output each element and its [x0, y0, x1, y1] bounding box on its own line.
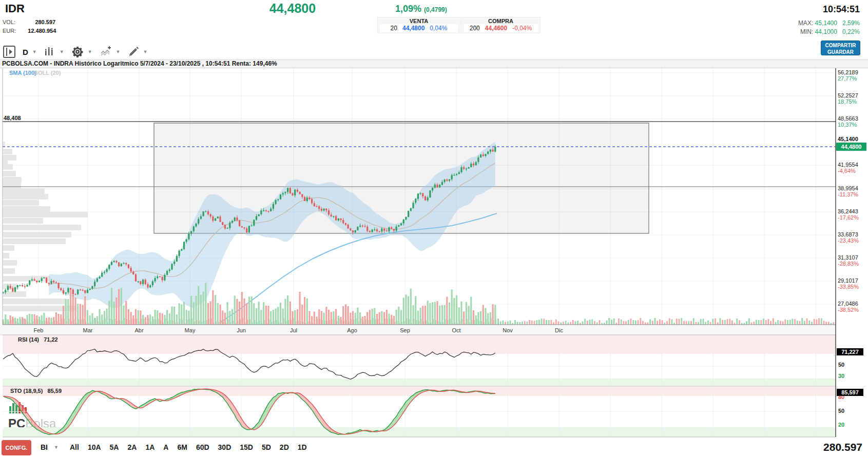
symbol-title: IDR — [5, 2, 25, 15]
sto-value-badge: 85,597 — [837, 389, 863, 396]
bid-size: 20 — [391, 25, 397, 32]
sto-label-row[interactable]: STO (18,9,5) 85,59 — [10, 388, 62, 394]
ask-pct: -0,04% — [512, 25, 532, 32]
rsi-value: 71,22 — [44, 336, 58, 343]
chart-canvas[interactable] — [0, 0, 868, 458]
bid-label: VENTA — [380, 18, 458, 24]
range-button-1d[interactable]: 1D — [298, 443, 307, 451]
chevron-down-icon: ▼ — [116, 49, 121, 54]
chart-style-selector[interactable]: ▼ — [44, 47, 64, 57]
timeframe-value: D — [23, 48, 28, 56]
chevron-down-icon: ▼ — [60, 49, 64, 54]
rsi-label-row[interactable]: RSI (14) 71,22 — [18, 336, 58, 343]
bid-pct: 0,04% — [430, 25, 447, 32]
pcbolsa-trading-app: IDR VOL: 280.597 EUR: 12.480.954 44,4800… — [0, 0, 868, 458]
last-price-badge: 44,4800 — [836, 143, 866, 151]
min-label: MIN: — [800, 28, 813, 35]
month-label-may: May — [185, 327, 196, 333]
level-label: 48,408 — [4, 115, 21, 121]
sto-mid-tick: 50 — [838, 408, 844, 414]
rsi-mid-tick: 50 — [838, 362, 844, 368]
change-abs: (0,4799) — [424, 6, 447, 13]
min-value: 44,1000 — [815, 28, 837, 35]
month-label-dic: Dic — [555, 327, 563, 333]
draw-tools-selector[interactable]: ▼ — [128, 46, 148, 57]
range-button-10a[interactable]: 10A — [88, 443, 101, 451]
vol-label: VOL: — [3, 19, 15, 25]
range-button-30d[interactable]: 30D — [218, 443, 232, 451]
add-indicator-icon — [100, 46, 112, 57]
chart-title: PCBOLSA.COM - INDRA Histórico Logaritmic… — [2, 60, 277, 67]
mode-selector[interactable]: BI ▼ — [41, 443, 59, 451]
month-label-mar: Mar — [83, 327, 93, 333]
range-button-6m[interactable]: 6M — [177, 443, 187, 451]
add-indicator-selector[interactable]: ▼ — [100, 46, 121, 57]
session-high-tick: 45,1400 — [838, 136, 858, 142]
last-price: 44,4800 — [246, 1, 339, 16]
price-tick: 48,566310,37% — [838, 115, 867, 128]
chevron-down-icon: ▼ — [143, 49, 148, 54]
pencil-icon — [128, 46, 139, 57]
price-tick: 29,1017-33,85% — [838, 277, 867, 290]
price-tick: 38,9954-11,37% — [838, 185, 867, 197]
rsi-label: RSI (14) — [18, 336, 39, 343]
chevron-down-icon: ▼ — [54, 445, 59, 450]
range-button-all[interactable]: All — [70, 443, 79, 451]
share-label: COMPARTIR — [821, 42, 860, 49]
bid-price: 44,4800 — [402, 25, 425, 32]
range-button-2a[interactable]: 2A — [127, 443, 137, 451]
price-tick: 56,218927,77% — [838, 69, 867, 82]
sto-label: STO (18,9,5) — [10, 388, 43, 394]
max-row: MAX: 45,1400 2,59% — [790, 19, 860, 27]
range-button-60d[interactable]: 60D — [196, 443, 209, 451]
month-label-sep: Sep — [400, 327, 410, 333]
settings-selector[interactable]: ▼ — [71, 46, 92, 58]
session-clock: 10:54:51 — [801, 4, 860, 15]
price-tick: 36,2443-17,62% — [838, 208, 867, 221]
range-button-5a[interactable]: 5A — [110, 443, 119, 451]
volume-row: VOL: 280.597 — [3, 19, 55, 25]
month-label-abr: Abr — [134, 327, 143, 333]
month-label-jul: Jul — [290, 327, 297, 333]
mode-value: BI — [41, 443, 48, 451]
bid-box: VENTA 20 44,4800 0,04% — [377, 17, 460, 33]
price-tick: 27,0486-38,52% — [838, 301, 867, 313]
range-button-5d[interactable]: 5D — [262, 443, 271, 451]
rsi-value-badge: 71,227 — [837, 348, 863, 355]
change-pct: 1,09% — [395, 4, 421, 14]
save-label: GUARDAR — [821, 49, 860, 55]
config-button[interactable]: CONFG. — [2, 440, 31, 455]
gear-icon — [71, 46, 84, 58]
max-label: MAX: — [798, 19, 813, 27]
change-line: 1,09% (0,4799) — [395, 4, 447, 14]
eur-row: EUR: 12.480.954 — [3, 28, 56, 34]
legend-boll[interactable]: BOLL (20) — [34, 70, 61, 76]
range-button-15d[interactable]: 15D — [240, 443, 253, 451]
ask-label: COMPRA — [464, 18, 538, 24]
range-button-a[interactable]: A — [163, 443, 168, 451]
timeframe-selector[interactable]: D ▼ — [23, 48, 37, 56]
price-tick: 31,3107-28,83% — [838, 254, 867, 267]
chevron-down-icon: ▼ — [88, 49, 92, 54]
bars-style-icon — [44, 47, 55, 57]
chevron-down-icon: ▼ — [32, 49, 37, 54]
ask-size: 200 — [470, 25, 480, 32]
month-label-oct: Oct — [452, 327, 460, 333]
sto-low-tick: 20 — [838, 422, 844, 428]
month-label-ago: Ago — [347, 327, 357, 333]
eur-label: EUR: — [3, 28, 16, 34]
price-tick: 41,9554-4,64% — [838, 162, 867, 174]
ask-price: 44,4600 — [485, 25, 507, 32]
eur-value: 12.480.954 — [17, 28, 56, 34]
share-save-button[interactable]: COMPARTIR GUARDAR — [821, 41, 860, 55]
price-tick: 33,6873-23,43% — [838, 231, 867, 244]
range-button-1a[interactable]: 1A — [145, 443, 155, 451]
month-label-jun: Jun — [237, 327, 246, 333]
range-button-2d[interactable]: 2D — [280, 443, 289, 451]
min-row: MIN: 44,1000 0,22% — [790, 28, 860, 35]
collapse-panel-icon[interactable] — [3, 46, 15, 58]
min-pct: 0,22% — [842, 28, 860, 35]
footer-volume: 280.597 — [755, 441, 862, 453]
legend-sma[interactable]: SMA (100) — [9, 70, 36, 76]
month-label-feb: Feb — [34, 327, 44, 333]
